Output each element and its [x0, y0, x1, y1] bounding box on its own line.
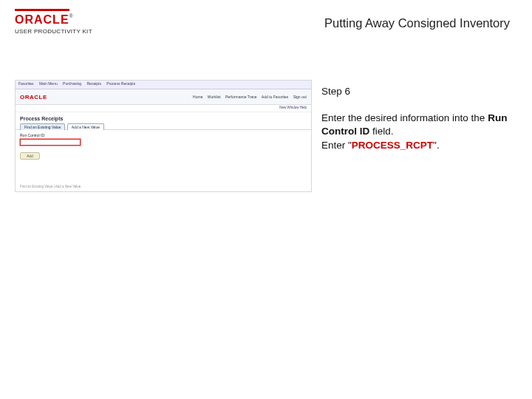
sub-bar: New Window Help — [16, 105, 311, 112]
app-topbar: ORACLE Home Worklist Performance Trace A… — [16, 89, 311, 105]
crumb[interactable]: Receipts — [86, 81, 100, 86]
top-nav: Home Worklist Performance Trace Add to F… — [189, 95, 307, 99]
form-area: Run Control ID: Add — [16, 129, 311, 164]
app-screenshot: Favorites Main Menu Purchasing Receipts … — [15, 80, 312, 192]
instr-frag-1: Enter the desired information into the — [321, 112, 488, 123]
step-label: Step 6 — [321, 85, 514, 98]
page-root: ORACLE® USER PRODUCTIVITY KIT Putting Aw… — [0, 0, 532, 399]
mini-page-heading: Process Receipts — [16, 112, 311, 123]
page-title: Putting Away Consigned Inventory — [324, 16, 510, 30]
instr-value: PROCESS_RCPT — [352, 140, 433, 151]
nav-link-home[interactable]: Home — [193, 95, 202, 99]
crumb[interactable]: Main Menu — [39, 81, 58, 86]
nav-link-perf[interactable]: Performance Trace — [225, 95, 257, 99]
product-line: USER PRODUCTIVITY KIT — [15, 28, 92, 35]
instruction-panel: Step 6 Enter the desired information int… — [321, 85, 514, 152]
breadcrumb: Favorites Main Menu Purchasing Receipts … — [16, 81, 311, 89]
instr-frag-4: ". — [433, 140, 440, 151]
mini-footer: Find an Existing Value | Add a New Value — [20, 185, 81, 188]
field-label: Run Control ID: — [20, 133, 307, 137]
header: ORACLE® USER PRODUCTIVITY KIT — [15, 9, 92, 35]
instr-frag-2: field. — [369, 126, 393, 137]
mini-oracle-logo: ORACLE — [20, 94, 47, 100]
crumb[interactable]: Purchasing — [63, 81, 81, 86]
logo-bar-icon — [15, 9, 69, 11]
nav-link-signout[interactable]: Sign out — [293, 95, 307, 99]
brand-name: ORACLE — [15, 13, 69, 26]
instruction-text: Enter the desired information into the R… — [321, 112, 514, 152]
crumb[interactable]: Process Receipts — [106, 81, 135, 86]
tab-add-new[interactable]: Add a New Value — [67, 123, 104, 130]
nav-link-worklist[interactable]: Worklist — [208, 95, 221, 99]
nav-link-fav[interactable]: Add to Favorites — [262, 95, 288, 99]
oracle-logo: ORACLE® — [15, 9, 73, 27]
add-button[interactable]: Add — [20, 152, 40, 160]
crumb[interactable]: Favorites — [18, 81, 34, 86]
run-control-id-input[interactable] — [20, 139, 81, 146]
instr-frag-3: Enter " — [321, 140, 352, 151]
tab-find-existing[interactable]: Find an Existing Value — [20, 123, 65, 130]
trademark: ® — [69, 13, 73, 18]
